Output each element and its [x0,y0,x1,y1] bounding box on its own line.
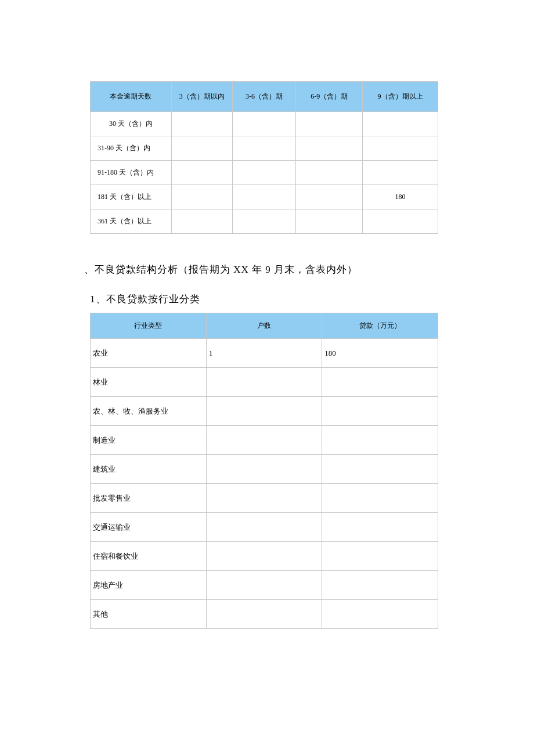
row-label: 30 天（含）内 [91,112,172,136]
cell-amount [322,542,438,571]
table-row: 农业 1 180 [91,339,438,368]
cell-count [206,484,322,513]
table-row: 房地产业 [91,571,438,600]
cell [296,185,363,209]
row-label: 房地产业 [91,571,207,600]
table1-header: 本金逾期天数 [91,82,172,112]
cell [171,136,232,161]
table1-header: 9（含）期以上 [363,82,438,112]
cell [232,161,296,185]
table1-header: 6-9（含）期 [296,82,363,112]
table-row: 住宿和餐饮业 [91,542,438,571]
row-label: 91-180 天（含）内 [91,161,172,185]
table-row: 361 天（含）以上 [91,209,438,234]
table-row: 林业 [91,368,438,397]
cell-amount [322,484,438,513]
cell-amount [322,455,438,484]
row-label: 31-90 天（含）内 [91,136,172,161]
table-row: 交通运输业 [91,513,438,542]
table-row: 30 天（含）内 [91,112,438,136]
table-row: 批发零售业 [91,484,438,513]
table2-header: 行业类型 [91,313,207,339]
cell [363,136,438,161]
cell [296,136,363,161]
table2-header: 户数 [206,313,322,339]
cell-amount [322,426,438,455]
table-row: 91-180 天（含）内 [91,161,438,185]
section-title: 、不良贷款结构分析（报告期为 XX 年 9 月末，含表内外） [84,263,438,276]
cell-amount [322,368,438,397]
table-row: 建筑业 [91,455,438,484]
cell-amount [322,397,438,426]
cell-amount: 180 [322,339,438,368]
row-label: 住宿和餐饮业 [91,542,207,571]
table1-header: 3（含）期以内 [171,82,232,112]
row-label: 交通运输业 [91,513,207,542]
table-row: 制造业 [91,426,438,455]
cell-amount [322,513,438,542]
row-label: 建筑业 [91,455,207,484]
row-label: 其他 [91,600,207,629]
cell [171,185,232,209]
cell-count [206,542,322,571]
cell [363,161,438,185]
table-row: 31-90 天（含）内 [91,136,438,161]
sub-title: 1、不良贷款按行业分类 [90,292,438,306]
row-label: 制造业 [91,426,207,455]
cell-count [206,397,322,426]
row-label: 农、林、牧、渔服务业 [91,397,207,426]
cell [232,112,296,136]
cell-count [206,571,322,600]
cell [171,161,232,185]
cell-count [206,600,322,629]
cell [171,209,232,234]
cell [171,112,232,136]
row-label: 181 天（含）以上 [91,185,172,209]
row-label: 林业 [91,368,207,397]
row-label: 361 天（含）以上 [91,209,172,234]
cell [232,209,296,234]
cell: 180 [363,185,438,209]
row-label: 批发零售业 [91,484,207,513]
cell [296,112,363,136]
cell [296,161,363,185]
cell [363,112,438,136]
cell-count [206,426,322,455]
table-row: 181 天（含）以上 180 [91,185,438,209]
cell-count [206,368,322,397]
overdue-table: 本金逾期天数 3（含）期以内 3-6（含）期 6-9（含）期 9（含）期以上 3… [90,81,438,234]
cell-count: 1 [206,339,322,368]
cell [296,209,363,234]
table-row: 农、林、牧、渔服务业 [91,397,438,426]
table-row: 其他 [91,600,438,629]
cell-count [206,513,322,542]
table1-header: 3-6（含）期 [232,82,296,112]
cell [232,185,296,209]
row-label: 农业 [91,339,207,368]
industry-table: 行业类型 户数 贷款（万元） 农业 1 180 林业 农、林、牧、渔服务业 [90,313,438,629]
cell [232,136,296,161]
cell-amount [322,571,438,600]
table2-header: 贷款（万元） [322,313,438,339]
cell [363,209,438,234]
cell-count [206,455,322,484]
cell-amount [322,600,438,629]
